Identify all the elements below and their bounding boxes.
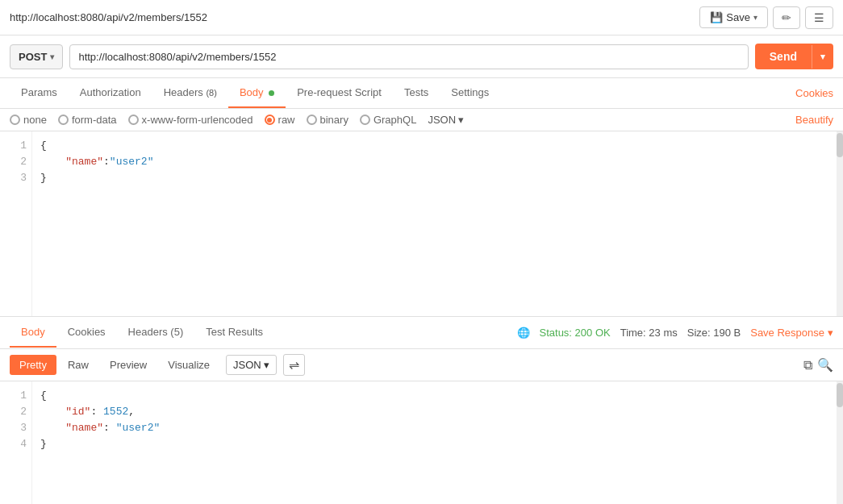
editor-scrollbar-thumb — [837, 133, 843, 157]
fmt-tab-visualize[interactable]: Visualize — [158, 355, 219, 375]
response-line-1: { — [40, 388, 835, 404]
send-button[interactable]: Send ▾ — [755, 44, 833, 69]
response-code-content: { "id": 1552, "name": "user2" } — [32, 381, 843, 504]
json-format-dropdown[interactable]: JSON ▾ — [428, 114, 464, 126]
body-active-dot — [269, 90, 274, 96]
response-body-area: 1 2 3 4 { "id": 1552, "name": "user2" } — [0, 381, 843, 504]
request-line-2: "name":"user2" — [40, 154, 835, 170]
graphql-radio[interactable] — [360, 115, 370, 125]
fmt-tab-pretty[interactable]: Pretty — [10, 355, 56, 375]
wrap-button[interactable]: ⇌ — [283, 354, 305, 376]
method-chevron-icon: ▾ — [50, 52, 54, 61]
method-select[interactable]: POST ▾ — [10, 44, 63, 69]
body-type-xwww[interactable]: x-www-form-urlencoded — [128, 114, 253, 126]
format-tabs: Pretty Raw Preview Visualize — [10, 355, 219, 375]
response-tabs-row: Body Cookies Headers (5) Test Results 🌐 … — [0, 317, 843, 349]
response-scrollbar[interactable] — [837, 381, 843, 504]
response-tab-test-results[interactable]: Test Results — [194, 318, 274, 348]
app-container: http://localhost:8080/api/v2/members/155… — [0, 0, 843, 504]
xwww-radio[interactable] — [128, 115, 139, 125]
request-body-editor[interactable]: 1 2 3 { "name":"user2" } — [0, 131, 843, 317]
response-tabs: Body Cookies Headers (5) Test Results — [10, 318, 274, 348]
top-bar: http://localhost:8080/api/v2/members/155… — [0, 0, 843, 35]
save-disk-icon: 💾 — [710, 11, 723, 23]
response-json-chevron-icon: ▾ — [264, 359, 269, 371]
json-dropdown-chevron-icon: ▾ — [458, 114, 464, 126]
response-line-4: } — [40, 436, 835, 452]
request-line-3: } — [40, 170, 835, 186]
request-line-numbers: 1 2 3 — [0, 131, 32, 316]
response-line-2: "id": 1552, — [40, 404, 835, 420]
body-types: none form-data x-www-form-urlencoded raw… — [10, 114, 464, 126]
none-radio[interactable] — [10, 115, 20, 125]
tab-body[interactable]: Body — [228, 78, 286, 108]
response-tab-cookies[interactable]: Cookies — [56, 318, 117, 348]
tab-settings[interactable]: Settings — [440, 78, 500, 108]
globe-icon: 🌐 — [517, 327, 530, 339]
body-type-binary[interactable]: binary — [307, 114, 348, 126]
body-type-raw[interactable]: raw — [265, 114, 295, 126]
response-json-dropdown[interactable]: JSON ▾ — [226, 355, 277, 375]
form-data-radio[interactable] — [58, 115, 69, 125]
save-response-chevron-icon: ▾ — [828, 327, 833, 339]
response-tab-body[interactable]: Body — [10, 318, 56, 348]
save-label: Save — [726, 11, 750, 23]
body-type-row: none form-data x-www-form-urlencoded raw… — [0, 109, 843, 131]
request-tabs: Params Authorization Headers (8) Body Pr… — [10, 78, 500, 108]
fmt-tab-preview[interactable]: Preview — [100, 355, 156, 375]
response-time: Time: 23 ms — [620, 327, 678, 339]
response-line-3: "name": "user2" — [40, 420, 835, 436]
request-code-content[interactable]: { "name":"user2" } — [32, 131, 843, 316]
request-bar: POST ▾ Send ▾ — [0, 35, 843, 78]
search-button[interactable]: 🔍 — [817, 357, 833, 373]
format-row: Pretty Raw Preview Visualize JSON ▾ ⇌ ⧉ … — [0, 349, 843, 381]
binary-radio[interactable] — [307, 115, 317, 125]
url-input[interactable] — [69, 44, 748, 69]
response-tab-headers[interactable]: Headers (5) — [117, 318, 195, 348]
format-left: Pretty Raw Preview Visualize JSON ▾ ⇌ — [10, 354, 305, 376]
body-type-form-data[interactable]: form-data — [58, 114, 117, 126]
fmt-tab-raw[interactable]: Raw — [58, 355, 98, 375]
tab-pre-request-script[interactable]: Pre-request Script — [286, 78, 393, 108]
save-response-button[interactable]: Save Response ▾ — [750, 327, 833, 339]
send-chevron-icon[interactable]: ▾ — [812, 45, 833, 69]
beautify-button[interactable]: Beautify — [795, 114, 833, 126]
request-line-1: { — [40, 138, 835, 154]
response-line-numbers: 1 2 3 4 — [0, 381, 32, 504]
tab-authorization[interactable]: Authorization — [69, 78, 152, 108]
edit-button[interactable]: ✏ — [773, 6, 800, 29]
format-actions: ⧉ 🔍 — [803, 357, 833, 373]
comment-button[interactable]: ☰ — [805, 6, 833, 29]
body-type-none[interactable]: none — [10, 114, 47, 126]
response-meta: 🌐 Status: 200 OK Time: 23 ms Size: 190 B… — [517, 327, 833, 339]
response-scrollbar-thumb — [837, 383, 843, 407]
top-actions: 💾 Save ▾ ✏ ☰ — [699, 6, 833, 29]
method-label: POST — [19, 51, 47, 63]
send-label: Send — [755, 44, 812, 69]
body-type-graphql[interactable]: GraphQL — [360, 114, 416, 126]
tab-tests[interactable]: Tests — [393, 78, 440, 108]
window-url: http://localhost:8080/api/v2/members/155… — [10, 11, 207, 23]
cookies-link[interactable]: Cookies — [795, 79, 833, 107]
tab-headers[interactable]: Headers (8) — [152, 78, 228, 108]
save-button[interactable]: 💾 Save ▾ — [699, 6, 768, 28]
save-chevron-icon: ▾ — [753, 13, 757, 22]
copy-button[interactable]: ⧉ — [803, 358, 812, 373]
response-status: Status: 200 OK — [540, 327, 611, 339]
tab-params[interactable]: Params — [10, 78, 69, 108]
response-size: Size: 190 B — [687, 327, 741, 339]
editor-scrollbar[interactable] — [837, 131, 843, 316]
request-tabs-row: Params Authorization Headers (8) Body Pr… — [0, 78, 843, 109]
raw-radio[interactable] — [265, 115, 275, 125]
